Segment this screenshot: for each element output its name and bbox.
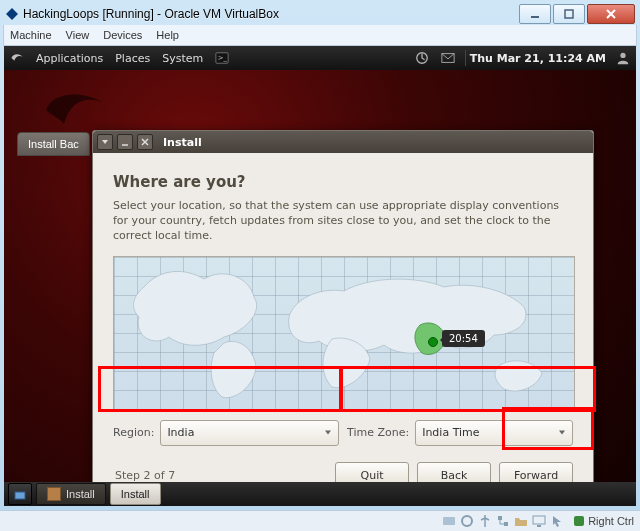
menu-devices[interactable]: Devices <box>103 29 142 41</box>
kali-menu-icon[interactable] <box>8 49 26 67</box>
svg-rect-1 <box>565 10 573 18</box>
timezone-value: India Time <box>422 426 479 439</box>
window-close-button[interactable] <box>587 4 635 24</box>
install-description: Select your location, so that the system… <box>113 199 573 244</box>
panel-clock[interactable]: Thu Mar 21, 11:24 AM <box>470 52 606 65</box>
svg-rect-13 <box>443 517 455 525</box>
menu-places[interactable]: Places <box>115 52 150 65</box>
minimize-icon[interactable] <box>117 134 133 150</box>
chevron-down-icon <box>558 426 566 439</box>
svg-rect-17 <box>533 516 545 524</box>
mouse-integration-icon[interactable] <box>550 514 564 528</box>
menu-help[interactable]: Help <box>156 29 179 41</box>
optical-activity-icon[interactable] <box>460 514 474 528</box>
svg-rect-12 <box>15 492 25 499</box>
menu-view[interactable]: View <box>66 29 90 41</box>
taskbar-item-install-2[interactable]: Install <box>110 483 161 505</box>
host-window-title: HackingLoops [Running] - Oracle VM Virtu… <box>23 7 517 21</box>
mail-icon[interactable] <box>439 49 457 67</box>
virtualbox-statusbar: Right Ctrl <box>0 510 640 531</box>
region-combobox[interactable]: India <box>160 420 339 446</box>
region-value: India <box>167 426 194 439</box>
gnome-top-panel: Applications Places System >_ Thu Mar 21… <box>4 46 636 70</box>
updates-icon[interactable] <box>413 49 431 67</box>
host-key-icon <box>574 516 584 526</box>
window-maximize-button[interactable] <box>553 4 585 24</box>
display-icon[interactable] <box>532 514 546 528</box>
usb-icon[interactable] <box>478 514 492 528</box>
install-window: Install Where are you? Select your locat… <box>92 130 594 505</box>
svg-text:>_: >_ <box>218 54 228 62</box>
timezone-combobox[interactable]: India Time <box>415 420 573 446</box>
hdd-activity-icon[interactable] <box>442 514 456 528</box>
close-icon[interactable] <box>137 134 153 150</box>
chevron-down-icon <box>324 426 332 439</box>
background-install-tab[interactable]: Install Bac <box>17 132 90 156</box>
network-icon[interactable] <box>496 514 510 528</box>
svg-point-8 <box>620 53 625 58</box>
install-heading: Where are you? <box>113 173 573 191</box>
guest-display: Applications Places System >_ Thu Mar 21… <box>4 46 636 506</box>
window-minimize-button[interactable] <box>519 4 551 24</box>
guest-desktop: Install Bac Install Where are you? Selec… <box>4 70 636 482</box>
shared-folders-icon[interactable] <box>514 514 528 528</box>
taskbar-item-install-1[interactable]: Install <box>36 483 106 505</box>
menu-applications[interactable]: Applications <box>36 52 103 65</box>
svg-point-14 <box>462 516 472 526</box>
show-desktop-button[interactable] <box>8 483 32 505</box>
gnome-bottom-panel: Install Install <box>4 482 636 506</box>
kali-dragon-logo-icon <box>42 86 106 134</box>
location-time-tooltip: 20:54 <box>442 330 485 347</box>
svg-rect-16 <box>504 522 508 526</box>
menu-system[interactable]: System <box>162 52 203 65</box>
timezone-label: Time Zone: <box>347 426 409 439</box>
menu-machine[interactable]: Machine <box>10 29 52 41</box>
virtualbox-menubar: Machine View Devices Help <box>3 25 637 46</box>
user-icon[interactable] <box>614 49 632 67</box>
host-window-titlebar: HackingLoops [Running] - Oracle VM Virtu… <box>3 3 637 25</box>
install-window-title: Install <box>163 136 202 149</box>
install-icon <box>47 487 61 501</box>
world-map[interactable]: 20:54 <box>113 256 575 410</box>
install-window-titlebar[interactable]: Install <box>93 131 593 153</box>
step-indicator: Step 2 of 7 <box>115 469 175 482</box>
window-menu-icon[interactable] <box>97 134 113 150</box>
virtualbox-cube-icon <box>5 7 19 21</box>
host-key-indicator[interactable]: Right Ctrl <box>574 515 634 527</box>
world-map-svg <box>114 257 574 409</box>
terminal-icon[interactable]: >_ <box>213 49 231 67</box>
svg-rect-15 <box>498 516 502 520</box>
region-label: Region: <box>113 426 154 439</box>
